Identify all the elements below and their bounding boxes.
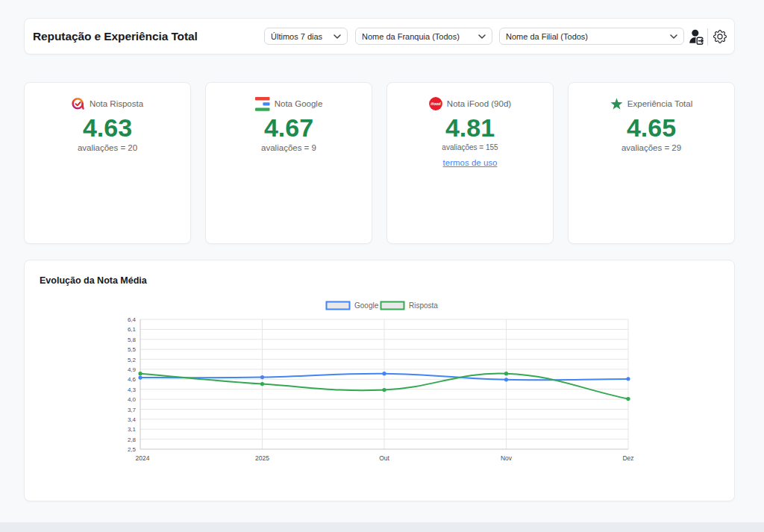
svg-text:5,2: 5,2 bbox=[128, 357, 137, 363]
svg-text:Out: Out bbox=[379, 454, 389, 462]
svg-text:6,1: 6,1 bbox=[128, 326, 137, 333]
svg-text:4,6: 4,6 bbox=[128, 376, 137, 383]
svg-text:ifood: ifood bbox=[430, 101, 441, 106]
svg-text:Dez: Dez bbox=[622, 454, 633, 462]
svg-text:Risposta: Risposta bbox=[409, 301, 438, 310]
svg-text:2024: 2024 bbox=[136, 454, 150, 462]
svg-text:3,1: 3,1 bbox=[128, 426, 137, 433]
svg-text:Google: Google bbox=[354, 301, 379, 310]
svg-text:4,3: 4,3 bbox=[128, 387, 137, 393]
svg-text:4,0: 4,0 bbox=[128, 396, 137, 403]
svg-text:6,4: 6,4 bbox=[128, 316, 137, 323]
svg-text:2025: 2025 bbox=[255, 454, 269, 462]
svg-text:2,8: 2,8 bbox=[128, 436, 137, 443]
svg-text:Nov: Nov bbox=[501, 454, 513, 462]
svg-text:5,8: 5,8 bbox=[128, 337, 137, 343]
svg-text:3,4: 3,4 bbox=[128, 416, 137, 423]
svg-text:3,7: 3,7 bbox=[128, 407, 137, 413]
svg-text:2,5: 2,5 bbox=[128, 446, 137, 453]
svg-text:4,9: 4,9 bbox=[128, 366, 137, 373]
svg-text:5,5: 5,5 bbox=[128, 346, 137, 353]
